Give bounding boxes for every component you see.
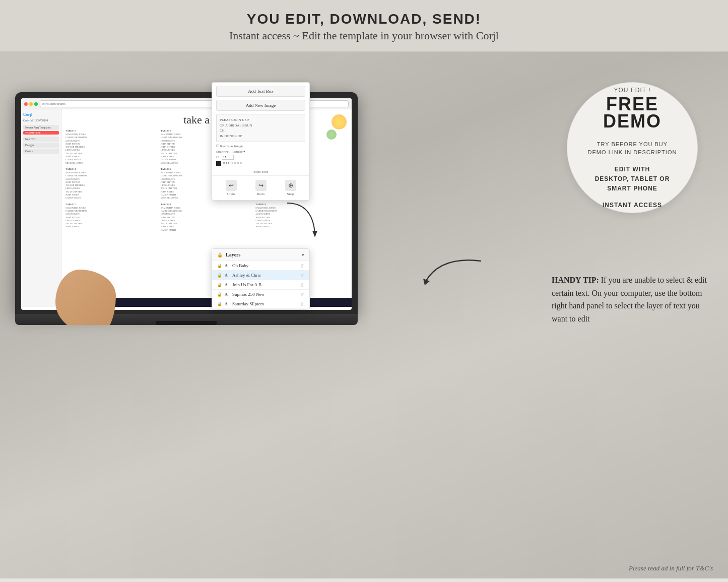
layer-type-icon-1: A [225, 264, 230, 268]
redo-label: Redo [257, 192, 264, 196]
add-new-image-button[interactable]: Add New Image [216, 100, 305, 111]
citrus-decoration-1 [332, 114, 347, 130]
corjl-logo: Corjl [23, 112, 59, 117]
layer-type-icon-2: A [225, 273, 230, 278]
font-selector: Sparkwell Regular ▾ [216, 150, 305, 154]
layer-delete-icon-5[interactable]: 🗑 [300, 302, 304, 306]
layers-title-row: 🔒 Layers [217, 252, 240, 257]
layers-chevron-icon[interactable]: ▾ [302, 252, 304, 257]
layer-name-join-us: Join Us For A B [232, 282, 298, 287]
incomplete-badge: INCOMPLETE [23, 131, 59, 135]
layers-title-text: Layers [226, 252, 240, 257]
color-swatch[interactable] [216, 161, 221, 166]
corjl-order-id: Order Id: 1509758194 [23, 119, 59, 122]
layers-panel-header: 🔒 Layers ▾ [212, 249, 309, 261]
undo-control[interactable]: ↩ Undo [226, 180, 237, 196]
table-names-1: SAMANTHA JONESCARRIE BRADSHAWJASON SMITH… [65, 133, 158, 165]
layer-lock-icon-1: 🔒 [217, 264, 222, 268]
redo-control[interactable]: ↪ Redo [255, 180, 267, 196]
layer-type-icon-4: A [225, 292, 230, 297]
sidebar-action-2[interactable]: Designs [23, 143, 59, 148]
add-text-box-button[interactable]: Add Text Box [216, 86, 305, 97]
try-before-text: TRY BEFORE YOU BUY [597, 141, 668, 147]
demo-you-edit-label: YOU EDIT ! [614, 87, 650, 94]
text-preview: PLEASE JOIN US F OR A BRIDAL BRUN CH IN … [216, 114, 305, 142]
layers-lock-icon: 🔒 [217, 252, 223, 257]
undo-label: Undo [227, 192, 235, 196]
layer-lock-icon-5: 🔒 [217, 302, 222, 306]
text-preview-line-1: PLEASE JOIN US F [220, 118, 249, 122]
table-block-8: TABLE 8 SAMANTHA JONESCARRIE BRADSHAWJAS… [161, 203, 253, 232]
demo-try-label: TRY BEFORE YOU BUY DEMO LINK IN DESCRIPT… [588, 140, 677, 157]
header-banner: YOU EDIT, DOWNLOAD, SEND! Instant access… [0, 0, 728, 52]
redo-icon: ↪ [255, 180, 267, 191]
handy-tip-section: HANDY TIP: If you are unable to select &… [552, 274, 713, 325]
close-dot [24, 102, 28, 106]
table-names-4: SAMANTHA JONESCARRIE BRADSHAWJASON SMITH… [65, 171, 158, 200]
demo-demo-label: DEMO [603, 111, 661, 132]
table-names-8: SAMANTHA JONESCARRIE BRADSHAWJASON SMITH… [161, 207, 253, 232]
table-header-1: TABLE 1 [65, 130, 158, 132]
text-preview-line-2: OR A BRIDAL BRUN [220, 123, 252, 127]
height-label: H: [216, 155, 220, 159]
layer-item-saturday[interactable]: 🔒 A Saturday SEptem 🗑 [212, 299, 309, 309]
sidebar-action-1[interactable]: New To: 1 [23, 137, 59, 142]
table-block-7: TABLE 7 SAMANTHA JONESCARRIE BRADSHAWJAS… [65, 203, 158, 232]
corjl-right-panel: Add Text Box Add New Image PLEASE JOIN U… [212, 82, 310, 201]
layer-item-ashley-chris[interactable]: 🔒 A Ashley & Chris 🗑 [212, 271, 309, 280]
resize-image-checkbox[interactable]: ☐ [216, 144, 219, 148]
layer-lock-icon-4: 🔒 [217, 292, 222, 297]
curved-arrow-svg [282, 193, 322, 243]
demo-link-text: DEMO LINK IN DESCRIPTION [588, 149, 677, 155]
text-preview-line-3: CH [220, 128, 225, 133]
citrus-decoration-2 [326, 130, 337, 140]
demo-instant-label: INSTANT ACCESS [603, 202, 662, 209]
layer-item-join-us[interactable]: 🔒 A Join Us For A B 🗑 [212, 280, 309, 290]
table-header-8: TABLE 8 [161, 203, 253, 206]
layers-panel: 🔒 Layers ▾ 🔒 A Oh Baby 🗑 🔒 A Ashley & Ch… [212, 248, 310, 309]
header-subtitle: Instant access ~ Edit the template in yo… [0, 29, 728, 42]
handy-tip-arrow-svg [421, 251, 486, 291]
sidebar-brand[interactable]: NoorayPartyTemplates [23, 125, 59, 130]
layer-type-icon-3: A [225, 283, 230, 287]
demo-edit-with-label: EDIT WITHDESKTOP, TABLET ORSMART PHONE [595, 165, 670, 194]
layer-type-icon-5: A [225, 302, 230, 306]
layer-lock-icon-3: 🔒 [217, 283, 222, 287]
layer-name-oh-baby: Oh Baby [232, 263, 298, 268]
snap-icon: ⊕ [285, 180, 296, 191]
layer-lock-icon-2: 🔒 [217, 273, 222, 278]
table-block-1: TABLE 1 SAMANTHA JONESCARRIE BRADSHAWJAS… [65, 130, 158, 165]
table-header-7: TABLE 7 [65, 203, 158, 206]
minimize-dot [29, 102, 33, 106]
handy-tip-label: HANDY TIP: [552, 276, 599, 284]
layer-delete-icon-1[interactable]: 🗑 [300, 264, 304, 268]
maximize-dot [34, 102, 38, 106]
layer-delete-icon-2[interactable]: 🗑 [300, 273, 304, 278]
height-input[interactable] [222, 155, 234, 160]
layer-item-oh-baby[interactable]: 🔒 A Oh Baby 🗑 [212, 261, 309, 271]
hand-area [45, 254, 146, 325]
layer-name-supinos: Supinos 250 New [232, 292, 298, 297]
hand-shape [55, 270, 116, 325]
browser-dots [24, 102, 38, 106]
format-icons: B I U S ≡ ≡ ≡ [223, 161, 242, 165]
svg-marker-0 [312, 231, 317, 237]
style-text-section-label: Style Text [212, 168, 309, 175]
style-text-label: ☐ Resize as image Sparkwell Regular ▾ H:… [212, 142, 309, 168]
layer-item-supinos[interactable]: 🔒 A Supinos 250 New 🗑 [212, 290, 309, 299]
layer-name-saturday: Saturday SEptem [232, 301, 298, 306]
free-demo-circle: YOU EDIT ! FREE DEMO TRY BEFORE YOU BUY … [567, 82, 698, 213]
header-title: YOU EDIT, DOWNLOAD, SEND! [0, 11, 728, 27]
layer-delete-icon-3[interactable]: 🗑 [300, 283, 304, 287]
undo-icon: ↩ [226, 180, 237, 191]
layer-delete-icon-4[interactable]: 🗑 [300, 292, 304, 297]
table-names-7: SAMANTHA JONESCARRIE BRADSHAWJASON SMITH… [65, 207, 158, 229]
table-header-4: TABLE 4 [65, 168, 158, 170]
sidebar-action-3[interactable]: Orders [23, 149, 59, 154]
table-block-4: TABLE 4 SAMANTHA JONESCARRIE BRADSHAWJAS… [65, 168, 158, 200]
text-preview-line-4: IN HONOR OF [220, 134, 242, 138]
layer-name-ashley-chris: Ashley & Chris [232, 273, 298, 278]
bottom-disclaimer: Please read ad in full for T&C's [629, 564, 713, 572]
main-content: corjl.com/orders Corjl Order Id: 1509758… [0, 52, 728, 578]
